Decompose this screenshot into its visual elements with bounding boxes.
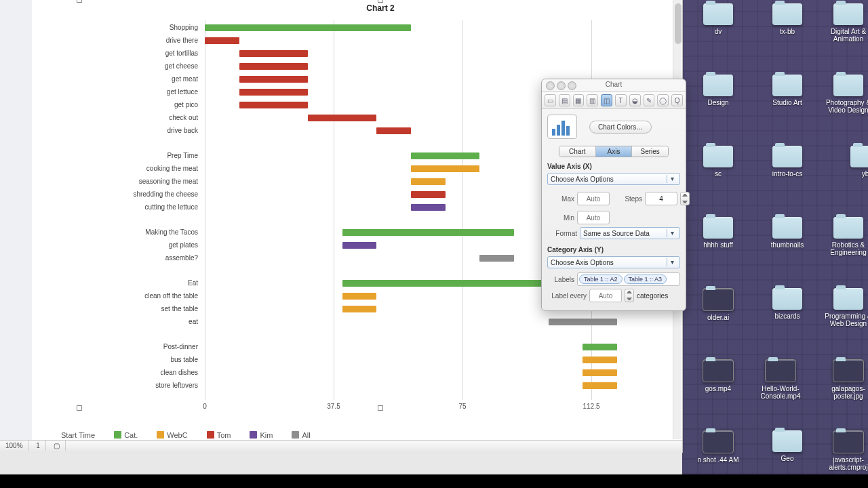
chart-inspector-icon[interactable]: ◫ <box>601 94 612 106</box>
desktop-item[interactable]: galapagos-poster.jpg <box>818 359 868 400</box>
labels-token-field[interactable]: Table 1 :: A2 Table 1 :: A3 <box>577 272 680 286</box>
steps-input[interactable] <box>645 192 677 205</box>
desktop-item-label: Design <box>688 99 749 106</box>
label-every-input[interactable] <box>589 289 622 302</box>
inspector-subtabs: Chart Axis Series <box>559 146 669 157</box>
bar-segment[interactable] <box>411 178 446 185</box>
bar-segment[interactable] <box>342 293 377 300</box>
bar-segment[interactable] <box>583 344 617 350</box>
desktop-item[interactable]: Digital Art & Animation <box>818 3 868 43</box>
labels-label: Labels <box>547 276 574 283</box>
cell-inspector-icon[interactable]: ▥ <box>587 94 598 106</box>
bar-segment[interactable] <box>239 50 308 57</box>
bar-segment[interactable] <box>308 115 376 121</box>
desktop-item[interactable]: Photography & Video Design <box>818 75 868 114</box>
bar-segment[interactable] <box>583 382 617 389</box>
tab-series[interactable]: Series <box>632 146 668 157</box>
chart-inspector-panel[interactable]: Chart ▭ ▤ ▦ ▥ ◫ T ◒ ✎ ◯ Q Chart Colors… … <box>541 79 686 311</box>
desktop-item[interactable]: javascript-alerts.cmproj <box>818 430 868 471</box>
bar-segment[interactable] <box>205 24 411 31</box>
bar-segment[interactable] <box>342 306 377 312</box>
desktop-item[interactable]: bizcards <box>757 288 818 320</box>
desktop-item[interactable]: gos.mp4 <box>688 359 749 392</box>
desktop-item[interactable]: older.ai <box>688 288 749 321</box>
dropdown-arrow-icon: ▾ <box>667 258 677 266</box>
desktop-item[interactable]: Programming & Web Design <box>818 288 868 327</box>
sheet-inspector-icon[interactable]: ▤ <box>559 94 570 106</box>
value-axis-options-dropdown[interactable]: Choose Axis Options▾ <box>547 173 680 185</box>
steps-stepper[interactable] <box>680 192 690 205</box>
legend-swatch <box>207 431 214 439</box>
inspector-titlebar[interactable]: Chart <box>542 79 686 92</box>
desktop-item[interactable]: Robotics & Engineering <box>818 217 868 256</box>
selection-handle[interactable] <box>378 0 383 3</box>
bar-segment[interactable] <box>411 204 446 211</box>
scrollbar-thumb[interactable] <box>675 3 682 44</box>
hyperlink-inspector-icon[interactable]: ◯ <box>657 94 669 106</box>
bar-segment[interactable] <box>342 229 514 236</box>
chart-legend[interactable]: Start TimeCat.WebCTomKimAll <box>61 431 323 439</box>
bar-segment[interactable] <box>239 89 308 96</box>
format-label: Format <box>547 230 577 237</box>
bar-segment[interactable] <box>411 191 446 198</box>
metrics-inspector-icon[interactable]: ✎ <box>644 94 655 106</box>
chart-colors-button[interactable]: Chart Colors… <box>589 121 652 134</box>
graphic-inspector-icon[interactable]: ◒ <box>629 94 641 106</box>
quicktime-inspector-icon[interactable]: Q <box>671 94 683 106</box>
desktop-item[interactable]: Hello-World-Console.mp4 <box>750 359 811 400</box>
category-axis-options-dropdown[interactable]: Choose Axis Options▾ <box>547 256 680 268</box>
file-icon <box>703 359 734 382</box>
desktop-item[interactable]: dv <box>688 3 749 35</box>
text-inspector-icon[interactable]: T <box>615 94 627 106</box>
desktop-item[interactable]: Design <box>688 75 749 106</box>
legend-item[interactable]: Tom <box>200 431 231 439</box>
selection-handle[interactable] <box>77 405 82 411</box>
selection-handle[interactable] <box>77 0 82 3</box>
desktop-item[interactable]: n shot .44 AM <box>688 430 749 464</box>
sheets-sidebar[interactable] <box>0 0 33 447</box>
category-label: bus table <box>76 355 198 365</box>
legend-item[interactable]: WebC <box>150 431 187 439</box>
bar-segment[interactable] <box>239 102 308 108</box>
desktop-item[interactable]: Geo <box>757 430 818 462</box>
cell-ref-token[interactable]: Table 1 :: A2 <box>579 274 623 284</box>
tab-axis[interactable]: Axis <box>596 146 633 157</box>
category-axis-heading: Category Axis (Y) <box>547 246 680 253</box>
desktop-item[interactable]: Studio Art <box>757 75 818 106</box>
cell-ref-token[interactable]: Table 1 :: A3 <box>624 274 667 284</box>
bar-segment[interactable] <box>583 357 617 363</box>
zoom-level[interactable]: 100% <box>0 441 29 451</box>
desktop-item[interactable]: thumbnails <box>757 217 818 249</box>
bar-segment[interactable] <box>411 165 479 172</box>
legend-item[interactable]: Kim <box>243 431 273 439</box>
desktop-item[interactable]: sc <box>688 146 749 178</box>
document-inspector-icon[interactable]: ▭ <box>545 94 556 106</box>
legend-item[interactable]: All <box>285 431 310 439</box>
desktop-item-label: Geo <box>757 455 818 462</box>
table-inspector-icon[interactable]: ▦ <box>573 94 585 106</box>
chart-title[interactable]: Chart 2 <box>79 3 682 13</box>
desktop-item[interactable]: tx-bb <box>757 3 818 35</box>
legend-item[interactable]: Start Time <box>61 431 95 439</box>
bar-segment[interactable] <box>239 76 308 83</box>
tab-chart[interactable]: Chart <box>559 146 596 157</box>
chart-type-thumbnail[interactable] <box>547 115 577 139</box>
bar-segment[interactable] <box>411 152 479 159</box>
bar-segment[interactable] <box>342 242 377 249</box>
bar-segment[interactable] <box>239 63 308 70</box>
bar-segment[interactable] <box>376 127 411 134</box>
bar-segment[interactable] <box>479 255 514 262</box>
bar-segment[interactable] <box>583 369 617 376</box>
desktop-item[interactable]: intro-to-cs <box>757 146 818 178</box>
max-input[interactable] <box>577 192 610 205</box>
desktop-item[interactable]: yb <box>835 146 868 178</box>
label-every-stepper[interactable] <box>625 289 634 302</box>
desktop-item-label: tx-bb <box>757 28 818 35</box>
selection-handle[interactable] <box>378 405 383 411</box>
bar-segment[interactable] <box>205 37 239 44</box>
desktop-item[interactable]: hhhh stuff <box>688 217 749 249</box>
legend-item[interactable]: Cat. <box>107 431 138 439</box>
min-input[interactable] <box>577 211 610 224</box>
format-dropdown[interactable]: Same as Source Data▾ <box>580 227 680 239</box>
bar-segment[interactable] <box>549 319 617 325</box>
